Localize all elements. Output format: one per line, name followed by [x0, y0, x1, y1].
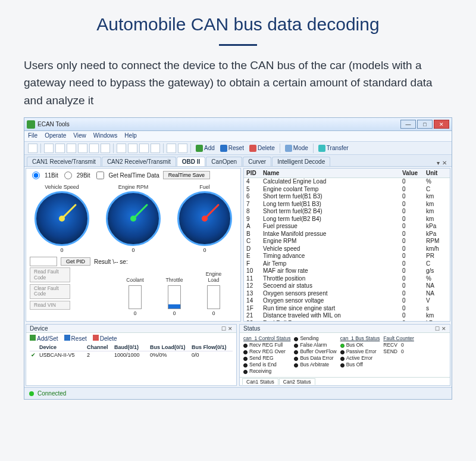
device-panel-title: Device — [30, 325, 48, 332]
pid-input[interactable] — [30, 257, 57, 266]
status-panel: Status☐ ✕ can_1 Control StatusRecv REG F… — [239, 324, 450, 386]
tab-close-icon[interactable]: ✕ — [442, 160, 447, 166]
tab-intelligent-decode[interactable]: Intelligent Decode — [272, 157, 330, 166]
status-dot-icon — [243, 357, 248, 361]
toolbar-icon[interactable] — [89, 144, 99, 153]
pid-row[interactable]: 8 Short term fuel(B2 B4) 0 km — [244, 208, 450, 216]
mini-tab-can2[interactable]: Can2 Status — [279, 378, 315, 385]
pid-row[interactable]: F Air Temp 0 C — [244, 260, 450, 268]
device-delete-button[interactable]: Delete — [93, 335, 117, 342]
statusbar: Connected — [24, 387, 452, 399]
status-dot-icon — [294, 350, 298, 354]
device-panel: Device☐ ✕ Add/Set Reset Delete Device Ch… — [26, 324, 237, 386]
gauge: Fuel 0 — [177, 184, 232, 253]
minimize-button[interactable]: — — [400, 120, 416, 129]
toolbar-icon[interactable] — [28, 144, 37, 153]
gauge-title: Engine RPM — [106, 184, 161, 190]
pid-row[interactable]: 21 Distance traveled with MIL on 0 km — [244, 312, 450, 320]
pid-row[interactable]: E Timing advance 0 PR — [244, 253, 450, 260]
gauges-panel: 11Bit 29Bit Get RealTime Data RealTime S… — [26, 168, 241, 322]
bar-indicator: Engine Load 0 — [200, 271, 227, 316]
label-realtime: Get RealTime Data — [109, 172, 159, 179]
menubar: File Operate View Windows Help — [24, 131, 452, 142]
close-button[interactable]: ✕ — [434, 120, 449, 129]
device-row[interactable]: ✔ USBCAN-II-V5 2 1000/1000 0%/0% 0/0 — [30, 351, 233, 359]
tab-canopen[interactable]: CanOpen — [206, 157, 242, 166]
pid-row[interactable]: B Intake Manifold pressue 0 kPa — [244, 230, 450, 238]
col-pid: PID — [246, 170, 263, 176]
fault-send: SEND0 — [383, 348, 414, 354]
checkbox-realtime[interactable] — [96, 172, 104, 179]
reset-button[interactable]: Reset — [218, 145, 246, 152]
toolbar-icon[interactable] — [78, 144, 87, 153]
device-reset-button[interactable]: Reset — [64, 335, 87, 342]
toolbar-icon[interactable] — [167, 144, 176, 153]
status-dot-icon — [340, 357, 345, 361]
toolbar-icon[interactable] — [128, 144, 137, 153]
menu-operate[interactable]: Operate — [45, 132, 66, 140]
maximize-button[interactable]: □ — [417, 120, 433, 129]
toolbar-icon[interactable] — [178, 144, 187, 153]
read-fault-button[interactable]: Read Fault Code — [30, 267, 70, 282]
dev-col-channel: Channel — [86, 344, 113, 351]
read-vin-button[interactable]: Read VIN — [30, 301, 70, 310]
mini-tab-can1[interactable]: Can1 Status — [242, 378, 278, 385]
pid-row[interactable]: 7 Long term fuel(B1 B3) 0 km — [244, 201, 450, 208]
tab-obd2[interactable]: OBD II — [177, 157, 206, 166]
bar-indicator: Coolant 0 — [121, 277, 149, 316]
menu-windows[interactable]: Windows — [93, 132, 118, 140]
menu-file[interactable]: File — [28, 132, 37, 140]
pid-table-panel: PID Name Value Unit 4 Calculated Engine … — [243, 168, 450, 322]
bar-track — [168, 285, 181, 309]
clear-fault-button[interactable]: Clear Fault Code — [30, 284, 70, 299]
radio-11bit[interactable] — [32, 172, 40, 179]
get-pid-button[interactable]: Get PID — [61, 257, 90, 266]
tab-curver[interactable]: Curver — [243, 157, 271, 166]
bar-indicator: Throttle 0 — [161, 277, 188, 316]
menu-view[interactable]: View — [73, 132, 86, 140]
realtime-save-button[interactable]: RealTime Save — [163, 171, 210, 179]
toolbar-icon[interactable] — [44, 144, 54, 153]
status-item: Receiving — [243, 368, 290, 374]
panel-pin-icon[interactable]: ☐ ✕ — [221, 326, 233, 332]
pid-row[interactable]: 13 Oxygen sensors present 0 NA — [244, 290, 450, 298]
delete-button[interactable]: Delete — [248, 145, 277, 152]
pid-row[interactable]: 1F Run time since engine start 0 s — [244, 305, 450, 313]
panel-pin-icon[interactable]: ☐ ✕ — [435, 326, 446, 332]
pid-row[interactable]: D Vehicle speed 0 km/h — [244, 245, 450, 253]
status-text: Connected — [37, 390, 66, 397]
toolbar-icon[interactable] — [139, 144, 149, 153]
gauge-value: 0 — [177, 247, 232, 253]
pid-row[interactable]: 6 Short term fuel(B1 B3) 0 km — [244, 193, 450, 201]
tab-can1[interactable]: CAN1 Receive/Transmit — [27, 157, 101, 166]
pid-row[interactable]: 5 Engine coolant Temp 0 C — [244, 186, 450, 194]
tab-can2[interactable]: CAN2 Receive/Transmit — [102, 157, 176, 166]
pid-row[interactable]: 9 Long term fuel(B2 B4) 0 km — [244, 216, 450, 223]
pid-row[interactable]: 12 Secoend air status 0 NA — [244, 282, 450, 290]
transfer-button[interactable]: Transfer — [317, 145, 350, 152]
status-item: Recv REG Full — [243, 342, 290, 348]
toolbar-icon[interactable] — [67, 144, 76, 153]
status-dot-icon — [243, 350, 248, 354]
dev-col-device: Device — [38, 344, 86, 351]
dev-col-busload: Bus Load(0/1) — [149, 344, 190, 351]
pid-row[interactable]: 4 Calculated Engine Load 0 % — [244, 178, 450, 186]
toolbar-icon[interactable] — [55, 144, 65, 153]
window-title: ECAN Tools — [37, 121, 70, 127]
pid-row[interactable]: 14 Oxygen sensor voltage 0 V — [244, 297, 450, 305]
pid-row[interactable]: 10 MAF air flow rate 0 g/s — [244, 267, 450, 275]
tab-dropdown-icon[interactable]: ▾ — [437, 160, 440, 166]
add-button[interactable]: Add — [194, 145, 217, 152]
status-col-title: can_1 Bus Status — [340, 335, 380, 341]
pid-row[interactable]: C Engine RPM 0 RPM — [244, 238, 450, 245]
pid-row[interactable]: 22 Fuel Rail Pressure 0 kPa — [244, 320, 450, 322]
pid-row[interactable]: A Fuel pressue 0 kPa — [244, 223, 450, 230]
toolbar-icon[interactable] — [117, 144, 126, 153]
device-addset-button[interactable]: Add/Set — [30, 335, 58, 342]
toolbar-icon[interactable] — [101, 144, 110, 153]
pid-row[interactable]: 11 Throttle position 0 % — [244, 275, 450, 283]
radio-29bit[interactable] — [64, 172, 72, 179]
toolbar-icon[interactable] — [151, 144, 160, 153]
menu-help[interactable]: Help — [124, 132, 137, 140]
mode-button[interactable]: Mode — [283, 145, 310, 152]
